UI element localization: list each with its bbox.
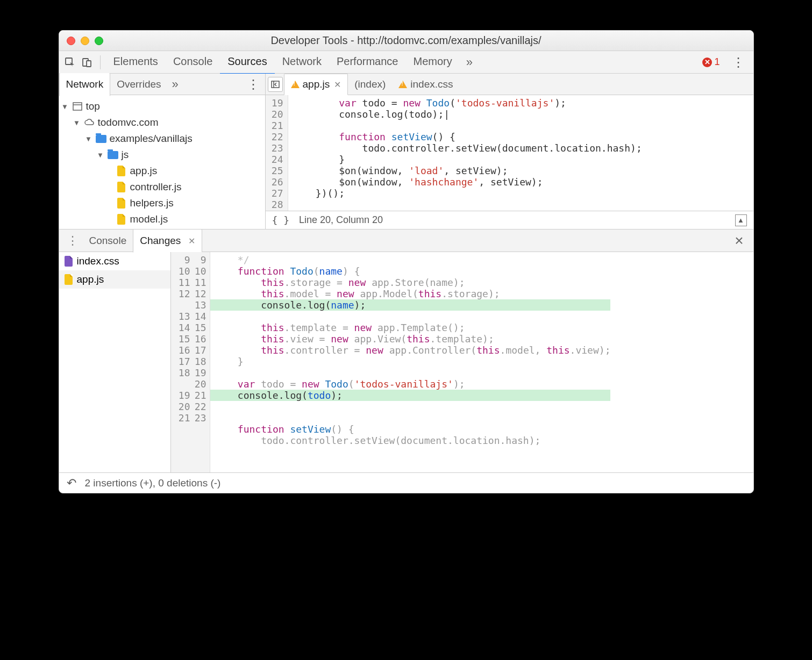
nav-kebab-icon[interactable]: ⋮ [241, 77, 265, 92]
drawer: ⋮ Console Changes ✕ × index.cssapp.js 99… [59, 229, 753, 493]
titlebar: Developer Tools - http://todomvc.com/exa… [59, 31, 753, 51]
editor-tab[interactable]: index.css [392, 74, 459, 95]
drawer-tab-console[interactable]: Console [83, 229, 133, 252]
tree-file[interactable]: helpers.js [61, 195, 263, 211]
changes-file-list: index.cssapp.js [59, 252, 171, 472]
folder-icon [108, 150, 118, 160]
main-tab-network[interactable]: Network [275, 50, 329, 75]
divider [100, 55, 101, 69]
folder-icon [96, 134, 106, 144]
inspect-icon[interactable] [62, 55, 77, 70]
main-tab-console[interactable]: Console [166, 50, 220, 75]
drawer-tabs: ⋮ Console Changes ✕ × [59, 229, 753, 252]
chevron-down-icon[interactable] [73, 119, 81, 127]
diff-code: */ function Todo(name) { this.storage = … [210, 252, 611, 472]
tree-label: helpers.js [130, 197, 174, 209]
revert-icon[interactable]: ↶ [67, 476, 76, 490]
nav-tab-overrides[interactable]: Overrides [110, 73, 167, 96]
toggle-navigator-icon[interactable] [268, 77, 283, 92]
upper-pane: Network Overrides » ⋮ top todomvc.com [59, 74, 753, 229]
close-drawer-icon[interactable]: × [728, 232, 750, 249]
window-title: Developer Tools - http://todomvc.com/exa… [59, 34, 753, 47]
tab-label: app.js [303, 78, 330, 90]
more-tabs-icon[interactable]: » [462, 55, 475, 69]
file-icon [65, 256, 73, 267]
close-icon[interactable] [67, 37, 75, 45]
close-icon[interactable]: ✕ [188, 236, 195, 246]
navigator-panel: Network Overrides » ⋮ top todomvc.com [59, 74, 266, 229]
tree-label: app.js [130, 165, 158, 177]
drawer-tab-changes[interactable]: Changes ✕ [133, 229, 202, 253]
frame-icon [72, 102, 83, 111]
diff-gutter: 9910101111121213131414151516161717181819… [171, 252, 210, 472]
error-count: 1 [714, 56, 720, 68]
file-icon [116, 198, 127, 208]
main-tab-sources[interactable]: Sources [220, 50, 274, 75]
editor-tabs: app.js✕(index)index.css [266, 74, 753, 95]
cloud-icon [84, 118, 95, 127]
main-tab-elements[interactable]: Elements [106, 50, 166, 75]
svg-rect-2 [87, 61, 91, 67]
tab-label: index.css [410, 78, 453, 90]
chevron-down-icon[interactable] [61, 103, 69, 111]
warning-icon [398, 81, 407, 88]
tree-file[interactable]: app.js [61, 163, 263, 179]
changes-summary: 2 insertions (+), 0 deletions (-) [85, 477, 221, 489]
zoom-icon[interactable] [95, 37, 103, 45]
main-tabs: ElementsConsoleSourcesNetworkPerformance… [106, 50, 460, 75]
editor-panel: app.js✕(index)index.css 1920212223242526… [266, 74, 753, 229]
tree-label: model.js [130, 213, 168, 225]
warning-icon [291, 81, 300, 88]
drawer-status: ↶ 2 insertions (+), 0 deletions (-) [59, 472, 753, 493]
editor-tab[interactable]: app.js✕ [284, 74, 348, 95]
main-toolbar: ElementsConsoleSourcesNetworkPerformance… [59, 51, 753, 74]
tree-file[interactable]: model.js [61, 211, 263, 227]
code-editor[interactable]: 19202122232425262728 var todo = new Todo… [266, 95, 753, 211]
file-label: index.css [77, 255, 119, 267]
file-icon [116, 166, 127, 176]
file-icon [65, 274, 73, 285]
tree-file[interactable]: controller.js [61, 179, 263, 195]
changes-file[interactable]: index.css [59, 252, 170, 270]
chevron-down-icon[interactable] [97, 151, 104, 159]
tree-label: examples/vanillajs [110, 133, 193, 145]
drawer-body: index.cssapp.js 991010111112121313141415… [59, 252, 753, 472]
pretty-print-icon[interactable]: { } [272, 214, 290, 226]
file-label: app.js [77, 274, 104, 285]
device-toggle-icon[interactable] [80, 55, 95, 70]
nav-more-icon[interactable]: » [168, 77, 181, 91]
tree-label: controller.js [130, 181, 182, 193]
chevron-down-icon[interactable] [85, 135, 92, 143]
main-tab-memory[interactable]: Memory [406, 50, 460, 75]
file-icon [116, 214, 127, 224]
traffic-lights [67, 37, 103, 45]
settings-icon[interactable]: ⋮ [726, 55, 750, 70]
nav-tab-network[interactable]: Network [59, 73, 111, 96]
drawer-kebab-icon[interactable]: ⋮ [62, 234, 83, 248]
cursor-position: Line 20, Column 20 [299, 214, 383, 226]
code-body[interactable]: var todo = new Todo('todos-vanillajs'); … [288, 95, 642, 211]
file-icon [116, 182, 127, 192]
error-badge[interactable]: ✕ 1 [702, 56, 720, 68]
minimize-icon[interactable] [81, 37, 89, 45]
coverage-icon[interactable]: ▲ [735, 214, 747, 226]
diff-view[interactable]: 9910101111121213131414151516161717181819… [171, 252, 753, 472]
file-tree[interactable]: top todomvc.com examples/vanillajs js [59, 95, 265, 229]
tab-label: (index) [354, 78, 386, 90]
close-icon[interactable]: ✕ [334, 80, 341, 90]
gutter: 19202122232425262728 [266, 95, 288, 211]
tree-label: js [122, 149, 129, 161]
changes-file[interactable]: app.js [59, 270, 170, 289]
tree-label: top [86, 101, 100, 112]
error-icon: ✕ [702, 58, 712, 67]
main-tab-performance[interactable]: Performance [329, 50, 406, 75]
navigator-tabs: Network Overrides » ⋮ [59, 74, 265, 95]
editor-status: { } Line 20, Column 20 ▲ [266, 211, 753, 229]
editor-tab[interactable]: (index) [348, 74, 392, 95]
svg-rect-3 [73, 103, 82, 110]
tree-label: todomvc.com [98, 117, 159, 128]
devtools-window: Developer Tools - http://todomvc.com/exa… [59, 30, 754, 493]
